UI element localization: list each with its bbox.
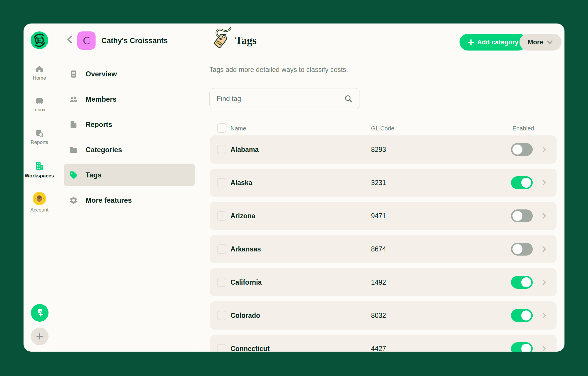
members-icon [69, 95, 78, 104]
sidebar-item-more-features[interactable]: More features [64, 189, 195, 212]
gl-code: 9471 [371, 212, 386, 220]
chevron-right-icon [540, 146, 548, 153]
tag-name: California [230, 278, 262, 286]
chevron-right-icon [540, 245, 548, 253]
table-row[interactable]: Alabama 8293 [210, 135, 557, 164]
page-background: E Home Inbox [0, 0, 588, 376]
global-add-button[interactable] [31, 328, 49, 345]
plus-icon [36, 333, 44, 340]
account-avatar [33, 192, 46, 205]
table-row[interactable]: California 1492 [210, 268, 557, 296]
chevron-right-icon [540, 179, 548, 187]
create-expense-button[interactable] [31, 304, 49, 322]
sidebar-item-categories[interactable]: Categories [64, 138, 195, 161]
table-row[interactable]: Arizona 9471 [210, 202, 557, 230]
workspaces-icon [34, 161, 44, 171]
chevron-down-icon [546, 39, 553, 46]
chevron-right-icon [540, 278, 548, 286]
rail-item-workspaces[interactable]: Workspaces [24, 161, 55, 179]
enabled-toggle[interactable] [511, 209, 533, 222]
row-checkbox[interactable] [217, 344, 226, 352]
enabled-toggle[interactable] [511, 309, 533, 322]
gl-code: 3231 [371, 179, 386, 187]
folder-icon [69, 145, 78, 154]
rail-item-inbox[interactable]: Inbox [24, 96, 55, 113]
table-header: Name GL Code Enabled [199, 123, 564, 135]
app-window: E Home Inbox [24, 24, 564, 352]
table-row[interactable]: Arkansas 8674 [210, 235, 557, 263]
row-checkbox[interactable] [217, 211, 226, 221]
receipt-plus-icon [35, 308, 44, 317]
search-input[interactable] [217, 95, 344, 103]
table-row[interactable]: Alaska 3231 [210, 169, 557, 197]
add-category-button[interactable]: Add category [460, 34, 527, 51]
inbox-icon [35, 96, 44, 105]
sidebar-item-tags[interactable]: Tags [64, 164, 195, 186]
toggle-knob [521, 344, 531, 352]
rail-label-reports: Reports [24, 140, 55, 145]
tag-icon [69, 171, 78, 179]
search-box [209, 88, 360, 109]
enabled-toggle[interactable] [511, 243, 533, 256]
add-category-label: Add category [477, 38, 519, 46]
sidebar-label-members: Members [86, 95, 116, 103]
column-header-gl-code: GL Code [371, 125, 394, 132]
rail-item-reports[interactable]: Reports [24, 129, 55, 145]
tag-name: Alaska [230, 179, 252, 187]
tag-name: Arizona [230, 212, 255, 220]
rail-item-account[interactable]: Account [24, 192, 55, 213]
toggle-knob [521, 310, 531, 320]
gl-code: 1492 [371, 278, 386, 286]
reports-search-icon [35, 129, 44, 138]
tags-page: Tags Add category More Tags add more det… [199, 24, 564, 352]
gl-code: 8293 [371, 146, 386, 154]
enabled-toggle[interactable] [511, 276, 533, 289]
plus-icon [468, 39, 474, 46]
more-button[interactable]: More [519, 34, 562, 51]
chevron-right-icon [540, 312, 548, 319]
document-icon [69, 120, 78, 129]
svg-text:E: E [37, 36, 42, 44]
rail-label-workspaces: Workspaces [24, 173, 55, 179]
toggle-knob [521, 277, 531, 287]
rail-label-home: Home [24, 75, 55, 81]
sidebar-item-reports[interactable]: Reports [64, 113, 195, 136]
gl-code: 8674 [371, 245, 386, 253]
enabled-toggle[interactable] [511, 143, 533, 156]
left-rail: E Home Inbox [24, 24, 55, 352]
home-icon [35, 65, 44, 73]
workspace-avatar: C [77, 31, 96, 50]
row-checkbox[interactable] [217, 278, 226, 287]
tag-illustration [213, 27, 232, 49]
toggle-knob [521, 178, 531, 188]
chevron-left-icon [66, 35, 74, 44]
chevron-right-icon [540, 345, 548, 352]
building-icon [69, 70, 78, 78]
toggle-knob [512, 145, 522, 155]
gl-code: 4427 [371, 345, 386, 352]
rail-item-home[interactable]: Home [24, 65, 55, 81]
sidebar-item-members[interactable]: Members [64, 88, 195, 110]
sidebar-label-reports: Reports [86, 120, 112, 129]
row-checkbox[interactable] [217, 311, 226, 320]
gear-icon [69, 196, 78, 205]
expensify-logo[interactable]: E [31, 31, 48, 49]
tag-name: Alabama [230, 146, 259, 154]
row-checkbox[interactable] [217, 145, 226, 154]
back-button[interactable] [65, 35, 74, 45]
sidebar-label-overview: Overview [86, 70, 117, 78]
more-label: More [528, 38, 543, 46]
select-all-checkbox[interactable] [217, 123, 226, 133]
search-icon [344, 95, 353, 103]
rail-label-inbox: Inbox [24, 107, 55, 113]
column-header-name: Name [230, 125, 246, 132]
enabled-toggle[interactable] [511, 176, 533, 189]
table-row[interactable]: Connecticut 4427 [210, 335, 557, 352]
row-checkbox[interactable] [217, 178, 226, 187]
row-checkbox[interactable] [217, 244, 226, 254]
workspace-sidebar: C Cathy's Croissants Overview M [55, 24, 199, 352]
table-row[interactable]: Colorado 8032 [210, 301, 557, 330]
sidebar-item-overview[interactable]: Overview [64, 63, 195, 85]
tag-name: Colorado [230, 312, 260, 320]
enabled-toggle[interactable] [511, 342, 533, 352]
